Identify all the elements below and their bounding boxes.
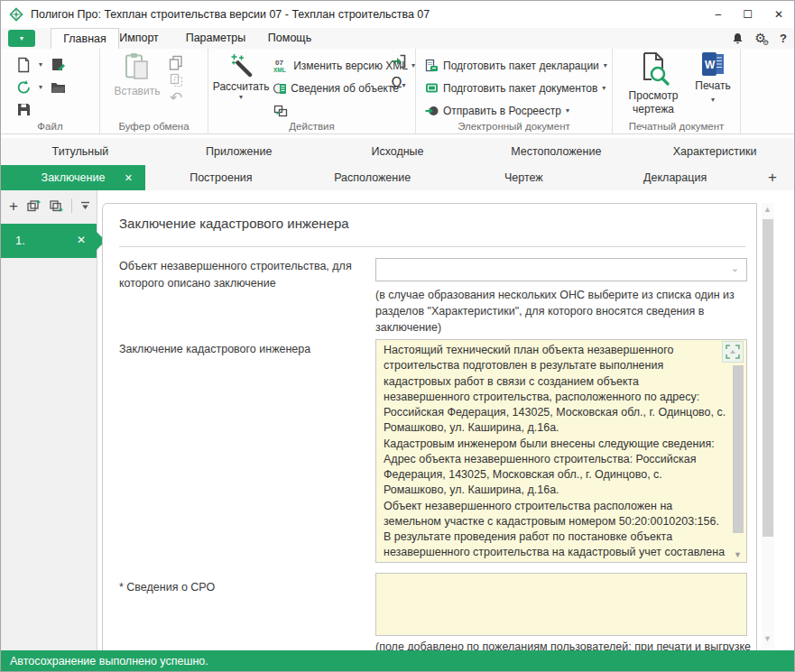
- undo-icon[interactable]: ↶: [170, 90, 182, 106]
- omega-dropdown-icon: ▾: [402, 81, 405, 89]
- layers-copy-button[interactable]: [273, 99, 415, 122]
- app-logo-icon: [9, 7, 23, 22]
- tab-postroeniya[interactable]: Построения: [145, 165, 297, 190]
- chevron-down-icon: ⌄: [731, 262, 739, 274]
- ribbon-group-print: Просмотр чертежа W Печать ▾ Печатный док…: [613, 49, 741, 133]
- maximize-button[interactable]: ☐: [743, 9, 753, 20]
- scroll-down-icon[interactable]: ▼: [763, 634, 772, 643]
- doc-tabs-row1: Титульный Приложение Исходные Местополож…: [1, 138, 794, 165]
- collapse-list-icon[interactable]: [80, 201, 90, 210]
- section-item-number: 1.: [15, 234, 25, 247]
- drawing-preview-label: Просмотр чертежа: [622, 89, 685, 116]
- documents-package-icon: [425, 82, 439, 94]
- status-message: Автосохранение выполнено успешно.: [10, 655, 208, 667]
- tab-deklaratsiya[interactable]: Декларация: [599, 165, 751, 190]
- prepare-documents-package-button[interactable]: Подготовить пакет документов ▾: [425, 77, 612, 99]
- open-recent-icon[interactable]: [16, 79, 32, 95]
- actions-group-label: Действия: [208, 121, 415, 132]
- tab-zaklyuchenie-active[interactable]: Заключение ✕: [1, 165, 145, 190]
- copy-special-icon[interactable]: [170, 73, 183, 87]
- new-document-dropdown-icon[interactable]: ▾: [39, 60, 42, 69]
- prepare-declaration-package-button[interactable]: Подготовить пакет декларации ▾: [425, 54, 612, 77]
- declaration-package-icon: [425, 59, 439, 72]
- expand-icon: [726, 345, 740, 359]
- tab-kharakteristiki[interactable]: Характеристики: [635, 138, 794, 165]
- titlebar: Полигон Про: Техплан строительства верси…: [1, 1, 794, 28]
- sro-textarea[interactable]: [375, 573, 747, 636]
- paste-button[interactable]: Вставить: [106, 52, 169, 106]
- tab-chertezh[interactable]: Чертеж: [448, 165, 600, 190]
- ribbon-tab-import[interactable]: Импорт: [107, 28, 171, 49]
- tab-iskhodnye[interactable]: Исходные: [319, 138, 477, 165]
- close-button[interactable]: ✕: [774, 9, 783, 20]
- tab-titulny[interactable]: Титульный: [1, 138, 160, 165]
- conclusion-scroll-down-icon[interactable]: ▼: [734, 550, 742, 559]
- change-xml-dropdown-icon: ▾: [411, 61, 415, 69]
- duplicate-section-icon[interactable]: [26, 199, 41, 213]
- edit-document-icon[interactable]: [51, 57, 66, 72]
- conclusion-scrollbar-thumb[interactable]: [733, 365, 744, 533]
- send-to-rosreestr-button[interactable]: Отправить в Росреестр ▾: [425, 99, 612, 122]
- add-tab-button[interactable]: +: [751, 165, 794, 190]
- save-icon[interactable]: [17, 103, 31, 116]
- sidebar-toolbar-separator: [71, 198, 72, 213]
- ribbon-group-edoc: Подготовить пакет декларации ▾ Подготови…: [416, 49, 613, 133]
- tab-prilozhenie[interactable]: Приложение: [160, 138, 319, 165]
- object-info-icon: [273, 81, 287, 96]
- omega-symbol-button[interactable]: Ω▾: [392, 75, 406, 91]
- tab-zaklyuchenie-label: Заключение: [42, 171, 106, 184]
- ribbon-group-actions: Рассчитать ▾ 07XML Изменить версию XML ▾…: [208, 49, 416, 133]
- word-icon: W: [701, 51, 726, 77]
- xml-07-icon: 07XML: [273, 59, 290, 73]
- tab-close-icon[interactable]: ✕: [125, 172, 133, 184]
- print-label: Печать: [690, 79, 735, 92]
- paste-label: Вставить: [106, 85, 169, 97]
- expand-editor-button[interactable]: [722, 341, 744, 363]
- documents-package-dropdown-icon: ▾: [602, 84, 605, 92]
- help-icon[interactable]: ?: [780, 32, 787, 45]
- doc-tabs-row2: Заключение ✕ Построения Расположение Чер…: [1, 165, 794, 190]
- minimize-button[interactable]: –: [715, 9, 721, 20]
- ribbon-tab-parameters[interactable]: Параметры: [180, 28, 252, 49]
- main-scrollbar-thumb[interactable]: [763, 219, 773, 537]
- object-field-label: Объект незавершенного строительства, для…: [119, 258, 372, 292]
- sections-sidebar: + 1. ✕: [1, 190, 97, 650]
- app-menu-button[interactable]: ▼: [8, 30, 35, 47]
- send-to-rosreestr-label: Отправить в Росреестр: [443, 105, 561, 117]
- settings-gears-icon[interactable]: ⚙⚙: [754, 30, 769, 47]
- copy-icon[interactable]: [169, 55, 183, 70]
- scroll-up-icon[interactable]: ▲: [763, 205, 772, 214]
- conclusion-text: Настоящий технический план объекта незав…: [384, 343, 726, 559]
- calculate-label: Рассчитать: [208, 80, 273, 93]
- app-window: Полигон Про: Техплан строительства верси…: [0, 0, 795, 672]
- open-dropdown-icon[interactable]: ▾: [39, 83, 42, 91]
- drawing-preview-icon: [637, 51, 670, 86]
- copy-section-icon[interactable]: [49, 199, 63, 213]
- calculate-button[interactable]: Рассчитать ▾: [208, 52, 273, 122]
- main-scrollbar[interactable]: ▲ ▼: [762, 203, 774, 650]
- ribbon-tab-strip: ▼ Главная Импорт Параметры Помощь ⚙⚙ ?: [1, 28, 794, 49]
- ribbon-group-file: ▾ ▾ Файл: [1, 49, 100, 133]
- notifications-bell-icon[interactable]: [732, 32, 744, 45]
- print-button[interactable]: W Печать ▾: [690, 51, 735, 116]
- send-rosreestr-icon: [425, 104, 439, 117]
- svg-text:W: W: [705, 59, 716, 71]
- layers-copy-icon: [273, 105, 288, 117]
- paste-icon: [124, 52, 151, 81]
- ribbon-tab-help[interactable]: Помощь: [258, 28, 321, 49]
- section-item-close-icon[interactable]: ✕: [77, 234, 86, 246]
- export-xml-icon[interactable]: [391, 54, 406, 69]
- open-folder-icon[interactable]: [51, 81, 66, 94]
- tab-mestopolozhenie[interactable]: Местоположение: [476, 138, 635, 165]
- section-item-1[interactable]: 1. ✕: [1, 224, 97, 258]
- page-title: Заключение кадастрового инженера: [119, 216, 349, 231]
- add-section-button[interactable]: +: [9, 198, 18, 214]
- conclusion-textarea[interactable]: Настоящий технический план объекта незав…: [375, 339, 747, 563]
- conclusion-scrollbar[interactable]: ▼: [732, 342, 744, 560]
- file-group-label: Файл: [1, 121, 99, 132]
- object-select[interactable]: ⌄: [375, 258, 747, 281]
- drawing-preview-button[interactable]: Просмотр чертежа: [622, 51, 685, 116]
- new-document-icon[interactable]: [16, 57, 31, 73]
- tab-raspolozhenie[interactable]: Расположение: [297, 165, 448, 190]
- ribbon: ▾ ▾ Файл Вставить: [1, 49, 794, 134]
